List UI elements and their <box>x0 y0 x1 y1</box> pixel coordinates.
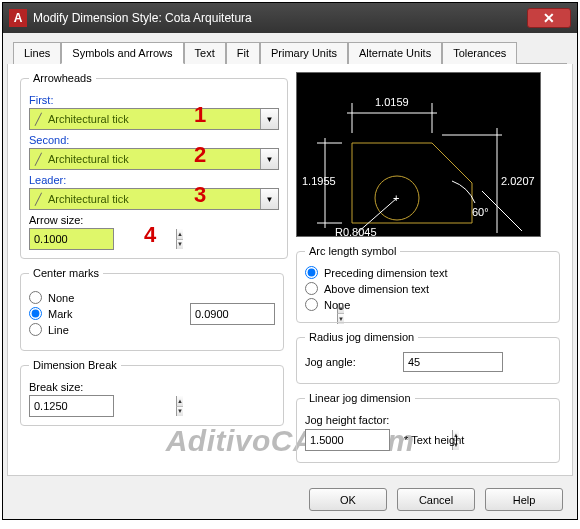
combo-second-arrowhead[interactable]: ╱ Architectural tick ▼ <box>29 148 279 170</box>
group-dim-break: Dimension Break Break size: ▲▼ <box>20 359 284 426</box>
annotation-4: 4 <box>144 222 156 248</box>
group-radius-jog: Radius jog dimension Jog angle: <box>296 331 560 384</box>
annotation-1: 1 <box>194 102 206 128</box>
label-text-height-suffix: * Text height <box>404 434 464 446</box>
radio-center-none[interactable]: None <box>29 291 182 304</box>
combo-leader-arrowhead[interactable]: ╱ Architectural tick ▼ <box>29 188 279 210</box>
tab-bar: Lines Symbols and Arrows Text Fit Primar… <box>13 41 567 64</box>
combo-second-value: Architectural tick <box>46 153 260 165</box>
tab-symbols-arrows[interactable]: Symbols and Arrows <box>61 42 183 64</box>
chevron-down-icon: ▼ <box>260 189 278 209</box>
dimension-preview: 1.0159 1.1955 2.0207 60° R0.8045 + <box>296 72 541 237</box>
chevron-down-icon: ▼ <box>260 149 278 169</box>
legend-dim-break: Dimension Break <box>29 359 121 371</box>
close-button[interactable]: ✕ <box>527 8 571 28</box>
arch-tick-icon: ╱ <box>30 111 46 127</box>
preview-dim-1: 1.0159 <box>375 96 409 108</box>
tab-alternate-units[interactable]: Alternate Units <box>348 42 442 64</box>
radio-arc-preceding[interactable]: Preceding dimension text <box>305 266 551 279</box>
legend-linear-jog: Linear jog dimension <box>305 392 415 404</box>
radio-center-mark[interactable]: Mark <box>29 307 182 320</box>
chevron-down-icon: ▼ <box>260 109 278 129</box>
spinner-jog-height[interactable]: ▲▼ <box>305 429 390 451</box>
label-leader: Leader: <box>29 174 279 186</box>
spin-up-icon[interactable]: ▲ <box>176 229 183 240</box>
spinner-center-mark-size[interactable]: ▲▼ <box>190 303 275 325</box>
combo-first-arrowhead[interactable]: ╱ Architectural tick ▼ <box>29 108 279 130</box>
label-first: First: <box>29 94 279 106</box>
legend-arc-length: Arc length symbol <box>305 245 400 257</box>
group-center-marks: Center marks None Mark Line ▲▼ <box>20 267 284 351</box>
arch-tick-icon: ╱ <box>30 151 46 167</box>
spinner-break-size[interactable]: ▲▼ <box>29 395 114 417</box>
radio-arc-above[interactable]: Above dimension text <box>305 282 551 295</box>
group-arc-length: Arc length symbol Preceding dimension te… <box>296 245 560 323</box>
legend-radius-jog: Radius jog dimension <box>305 331 418 343</box>
label-break-size: Break size: <box>29 381 275 393</box>
radio-center-line[interactable]: Line <box>29 323 182 336</box>
ok-button[interactable]: OK <box>309 488 387 511</box>
label-jog-height: Jog height factor: <box>305 414 551 426</box>
combo-leader-value: Architectural tick <box>46 193 260 205</box>
tab-fit[interactable]: Fit <box>226 42 260 64</box>
annotation-2: 2 <box>194 142 206 168</box>
cancel-button[interactable]: Cancel <box>397 488 475 511</box>
radio-arc-none[interactable]: None <box>305 298 551 311</box>
preview-dim-3: 2.0207 <box>501 175 535 187</box>
label-second: Second: <box>29 134 279 146</box>
dialog-footer: OK Cancel Help <box>3 480 577 519</box>
legend-center-marks: Center marks <box>29 267 103 279</box>
group-arrowheads: Arrowheads First: ╱ Architectural tick ▼… <box>20 72 288 259</box>
label-jog-angle: Jog angle: <box>305 356 395 368</box>
titlebar: A Modify Dimension Style: Cota Arquitetu… <box>3 3 577 33</box>
tab-lines[interactable]: Lines <box>13 42 61 64</box>
spinner-arrow-size[interactable]: ▲▼ <box>29 228 114 250</box>
preview-radius: R0.8045 <box>335 226 377 238</box>
spin-down-icon[interactable]: ▼ <box>176 240 183 250</box>
combo-first-value: Architectural tick <box>46 113 260 125</box>
legend-arrowheads: Arrowheads <box>29 72 96 84</box>
svg-text:+: + <box>393 192 399 204</box>
arch-tick-icon: ╱ <box>30 191 46 207</box>
input-jog-angle[interactable] <box>403 352 503 372</box>
tab-text[interactable]: Text <box>184 42 226 64</box>
spin-up-icon[interactable]: ▲ <box>176 396 183 407</box>
preview-dim-2: 1.1955 <box>302 175 336 187</box>
dialog-window: A Modify Dimension Style: Cota Arquitetu… <box>2 2 578 520</box>
group-linear-jog: Linear jog dimension Jog height factor: … <box>296 392 560 463</box>
window-title: Modify Dimension Style: Cota Arquitetura <box>33 11 527 25</box>
input-break-size[interactable] <box>30 396 176 416</box>
app-logo-icon: A <box>9 9 27 27</box>
help-button[interactable]: Help <box>485 488 563 511</box>
preview-angle: 60° <box>472 206 489 218</box>
tab-primary-units[interactable]: Primary Units <box>260 42 348 64</box>
spin-down-icon[interactable]: ▼ <box>176 407 183 417</box>
annotation-3: 3 <box>194 182 206 208</box>
tab-tolerances[interactable]: Tolerances <box>442 42 517 64</box>
